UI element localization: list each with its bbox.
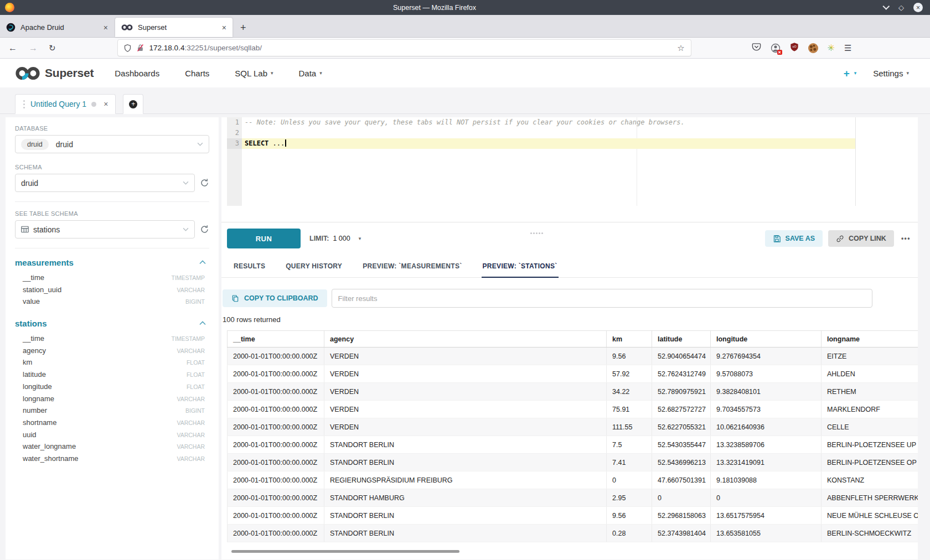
cookie-extension-icon[interactable] <box>808 43 818 53</box>
back-button[interactable]: ← <box>8 44 17 53</box>
add-new-button[interactable]: + <box>844 68 850 79</box>
link-icon <box>836 235 844 243</box>
superset-logo[interactable]: Superset <box>15 66 94 81</box>
menu-icon[interactable]: ☰ <box>844 44 851 52</box>
table-cell: 2000-01-01T00:00:00.000Z <box>228 365 324 383</box>
chevron-down-icon: ▾ <box>271 70 273 76</box>
column-type: VARCHAR <box>177 287 209 293</box>
tab-close-icon[interactable]: × <box>216 23 226 32</box>
refresh-table-icon[interactable] <box>200 225 209 234</box>
table-cell: NEUE MÜHLE SCHLEUSE OP <box>822 507 918 525</box>
reload-button[interactable]: ↻ <box>49 44 56 52</box>
table-cell: 9.3828408101 <box>711 383 822 401</box>
database-value: druid <box>56 140 73 149</box>
browser-tab-title: Apache Druid <box>20 23 64 32</box>
limit-dropdown[interactable]: LIMIT: 1 000 ▾ <box>309 235 361 242</box>
editor-resize-area[interactable] <box>221 206 918 222</box>
tab-close-icon[interactable]: × <box>98 23 108 32</box>
settings-menu[interactable]: Settings▾ <box>873 69 909 78</box>
column-header[interactable]: agency <box>324 331 607 348</box>
window-minimize-icon[interactable] <box>882 3 890 10</box>
add-query-tab-button[interactable]: + <box>123 94 143 114</box>
results-tab[interactable]: PREVIEW: `STATIONS` <box>482 262 559 277</box>
collapse-icon[interactable] <box>199 321 206 325</box>
close-icon[interactable]: × <box>104 100 108 108</box>
table-cell: BERLIN-PLOETZENSEE UP <box>822 436 918 454</box>
table-cell: 75.91 <box>607 401 652 418</box>
editor-lines: 1-- Note: Unless you save your query, th… <box>221 117 918 149</box>
column-list: __timeTIMESTAMPagencyVARCHARkmFLOATlatit… <box>15 334 209 466</box>
browser-toolbar: ← → ↻ 172.18.0.4:32251/superset/sqllab/ … <box>0 38 930 59</box>
editor-line: 3SELECT ... <box>227 138 855 149</box>
table-cell: 2000-01-01T00:00:00.000Z <box>228 489 324 507</box>
line-text: SELECT ... <box>242 138 855 149</box>
sql-editor[interactable]: 1-- Note: Unless you save your query, th… <box>221 117 918 206</box>
table-cell: STANDORT HAMBURG <box>324 489 607 507</box>
window-close-icon[interactable]: × <box>913 3 923 12</box>
table-value: stations <box>33 225 60 234</box>
tracking-shield-icon[interactable] <box>123 44 132 53</box>
bookmark-star-icon[interactable]: ☆ <box>677 43 684 53</box>
insecure-lock-icon[interactable] <box>137 44 144 52</box>
ublock-icon[interactable]: uO <box>790 42 799 54</box>
column-type: VARCHAR <box>177 348 209 354</box>
results-tab[interactable]: QUERY HISTORY <box>285 262 343 277</box>
query-tab-active[interactable]: Untitled Query 1 × <box>15 94 116 114</box>
results-controls: COPY TO CLIPBOARD <box>221 289 918 308</box>
forward-button[interactable]: → <box>29 44 38 53</box>
url-bar[interactable]: 172.18.0.4:32251/superset/sqllab/ ☆ <box>118 40 691 56</box>
new-tab-button[interactable]: + <box>240 23 246 33</box>
schema-select[interactable]: druid <box>15 174 195 192</box>
nav-item-data[interactable]: Data▾ <box>299 69 322 78</box>
results-tab[interactable]: PREVIEW: `MEASUREMENTS` <box>361 262 463 277</box>
column-header[interactable]: longname <box>822 331 918 348</box>
table-row: 2000-01-01T00:00:00.000ZVERDEN75.9152.68… <box>228 401 918 418</box>
column-type: TIMESTAMP <box>172 335 209 342</box>
nav-item-dashboards[interactable]: Dashboards <box>115 69 159 78</box>
column-header[interactable]: longitude <box>711 331 822 348</box>
limit-label: LIMIT: <box>309 235 329 242</box>
nav-item-sql-lab[interactable]: SQL Lab▾ <box>235 69 273 78</box>
save-as-button[interactable]: SAVE AS <box>765 230 823 247</box>
run-button[interactable]: RUN <box>227 229 301 248</box>
url-text[interactable]: 172.18.0.4:32251/superset/sqllab/ <box>149 44 262 52</box>
line-text: -- Note: Unless you save your query, the… <box>242 117 855 128</box>
drag-handle-icon[interactable] <box>23 103 25 105</box>
pocket-icon[interactable] <box>752 42 761 54</box>
column-row: latitudeFLOAT <box>15 370 209 382</box>
sqllab-sidebar: DATABASE druid druid SCHEMA druid <box>6 117 219 559</box>
column-header[interactable]: km <box>607 331 652 348</box>
nav-item-charts[interactable]: Charts <box>185 69 209 78</box>
window-maximize-icon[interactable]: ◇ <box>898 4 904 11</box>
window-title: Superset — Mozilla Firefox <box>0 4 869 12</box>
account-icon[interactable]: ✕ <box>771 43 781 53</box>
table-cell: 9.181039088 <box>711 471 822 489</box>
line-text <box>242 128 855 138</box>
extension-asterisk-icon[interactable]: ✳ <box>828 44 835 53</box>
more-options-button[interactable]: ••• <box>901 235 911 242</box>
results-tbody: 2000-01-01T00:00:00.000ZVERDEN9.5652.904… <box>228 348 918 542</box>
table-row: 2000-01-01T00:00:00.000ZVERDEN57.9252.76… <box>228 365 918 383</box>
browser-tab-superset[interactable]: Superset × <box>115 18 232 37</box>
results-tab[interactable]: RESULTS <box>232 262 266 277</box>
table-cell: 52.6827572727 <box>652 401 711 418</box>
column-header[interactable]: __time <box>228 331 324 348</box>
copy-link-button[interactable]: COPY LINK <box>828 230 894 247</box>
database-select[interactable]: druid druid <box>15 135 209 153</box>
copy-to-clipboard-button[interactable]: COPY TO CLIPBOARD <box>223 289 327 307</box>
column-row: shortnameVARCHAR <box>15 418 209 431</box>
horizontal-scrollbar[interactable] <box>231 550 459 553</box>
table-select[interactable]: stations <box>15 220 195 238</box>
column-name: km <box>23 358 32 366</box>
column-name: __time <box>23 334 44 343</box>
splitter-handle-icon[interactable] <box>536 232 538 234</box>
browser-tab-apache-druid[interactable]: Apache Druid × <box>0 18 114 37</box>
database-type-pill: druid <box>21 139 49 150</box>
collapse-icon[interactable] <box>199 260 206 265</box>
table-row: 2000-01-01T00:00:00.000ZVERDEN34.2252.78… <box>228 383 918 401</box>
column-header[interactable]: latitude <box>652 331 711 348</box>
schema-table-header[interactable]: stations <box>15 318 209 329</box>
schema-table-header[interactable]: measurements <box>15 257 209 268</box>
filter-results-input[interactable] <box>332 289 872 308</box>
refresh-schema-icon[interactable] <box>200 178 209 188</box>
